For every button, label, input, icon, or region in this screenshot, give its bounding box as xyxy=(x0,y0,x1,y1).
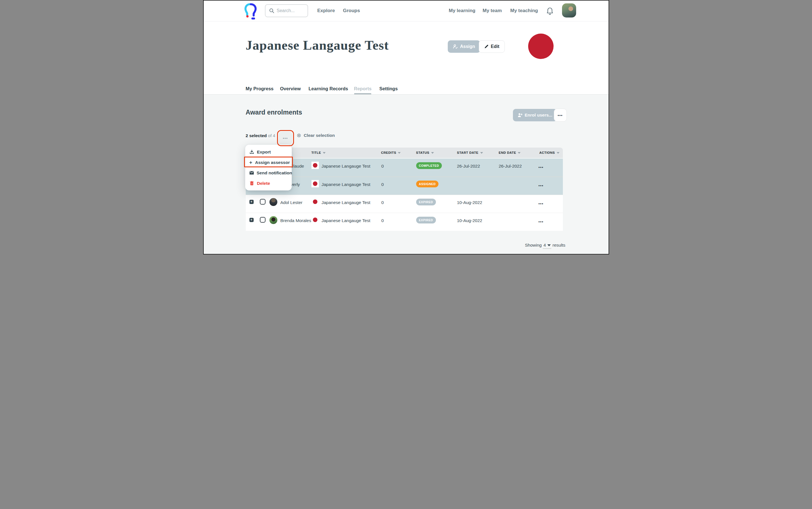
column-header-status[interactable]: STATUS xyxy=(416,147,434,158)
enrol-users-label: Enrol users... xyxy=(525,112,552,118)
expand-row-icon[interactable]: + xyxy=(249,200,253,204)
plus-icon: + xyxy=(249,160,252,165)
search-box[interactable] xyxy=(265,4,308,17)
nav-explore[interactable]: Explore xyxy=(317,8,335,13)
column-header-actions[interactable]: ACTIONS xyxy=(539,147,560,158)
japan-flag-icon xyxy=(311,198,319,205)
japan-flag-icon xyxy=(311,162,319,169)
page-title: Japanese Langauge Test xyxy=(246,37,389,53)
row-actions-button[interactable]: ••• xyxy=(539,165,544,169)
row-actions-button[interactable]: ••• xyxy=(539,220,544,224)
app-window: Explore Groups My learning My team My te… xyxy=(203,0,609,254)
end-date: 26-Jul-2022 xyxy=(499,164,522,169)
row-checkbox[interactable] xyxy=(260,199,266,205)
menu-item-label: Send notification xyxy=(257,170,292,175)
clear-selection-label: Clear selection xyxy=(304,133,335,138)
trash-icon xyxy=(249,181,254,185)
selection-actions-button[interactable]: ••• xyxy=(279,132,292,144)
search-icon xyxy=(269,8,274,13)
clear-circle-x-icon: ⊗ xyxy=(297,133,301,138)
row-actions-button[interactable]: ••• xyxy=(539,184,544,188)
person-plus-icon xyxy=(517,113,522,117)
menu-item-send-notification[interactable]: Send notification xyxy=(245,168,292,178)
learner-name: Adol Lester xyxy=(280,200,302,205)
tab-reports[interactable]: Reports xyxy=(354,86,372,92)
top-navbar: Explore Groups My learning My team My te… xyxy=(204,1,609,22)
learner-name: Claude xyxy=(290,164,304,169)
search-input[interactable] xyxy=(277,8,304,13)
section-heading: Award enrolments xyxy=(246,109,302,116)
ellipsis-icon: ••• xyxy=(283,136,288,140)
learner-avatar xyxy=(269,198,277,206)
status-badge: ASSIGNED xyxy=(416,180,439,188)
column-header-title[interactable]: TITLE xyxy=(311,147,326,158)
start-date: 10-Aug-2022 xyxy=(457,218,482,223)
hero-section: Japanese Langauge Test Assign Edit My Pr… xyxy=(204,22,609,95)
table-row: + Brenda Morales Japanese Langauge Test … xyxy=(246,213,563,231)
row-checkbox[interactable] xyxy=(260,217,266,223)
credits-value: 0 xyxy=(381,218,384,223)
column-header-start-date[interactable]: START DATE xyxy=(457,147,483,158)
japan-flag-icon xyxy=(311,180,319,188)
learner-name: Brenda Morales xyxy=(280,218,311,223)
credits-value: 0 xyxy=(381,164,384,169)
nav-groups[interactable]: Groups xyxy=(343,8,360,13)
edit-button-label: Edit xyxy=(491,44,499,49)
person-check-icon xyxy=(453,44,458,49)
assign-button-label: Assign xyxy=(460,44,475,49)
tab-learning-records[interactable]: Learning Records xyxy=(309,86,348,92)
nav-my-teaching[interactable]: My teaching xyxy=(510,8,538,13)
showing-label: Showing xyxy=(525,243,542,247)
table-header-row: NAME TITLE CREDITS STATUS START DATE END… xyxy=(246,147,563,159)
credits-value: 0 xyxy=(381,182,384,187)
user-avatar[interactable] xyxy=(562,3,576,18)
results-pagination: Showing 4 results xyxy=(525,243,566,248)
column-header-end-date[interactable]: END DATE xyxy=(499,147,521,158)
envelope-icon xyxy=(249,171,254,175)
credits-value: 0 xyxy=(381,200,384,205)
page-more-actions-button[interactable]: ••• xyxy=(554,109,567,122)
expand-row-icon[interactable]: + xyxy=(249,218,253,222)
assign-button[interactable]: Assign xyxy=(448,40,480,53)
japan-flag-icon xyxy=(311,216,319,224)
nav-my-learning[interactable]: My learning xyxy=(449,8,475,13)
enrolments-table: NAME TITLE CREDITS STATUS START DATE END… xyxy=(246,147,563,231)
download-icon xyxy=(249,150,254,154)
status-badge: EXPIRED xyxy=(416,217,436,224)
award-image-japan-flag xyxy=(528,34,553,59)
menu-item-label: Delete xyxy=(257,181,270,186)
award-title[interactable]: Japanese Langauge Test xyxy=(322,218,370,223)
lightbulb-logo-icon[interactable] xyxy=(244,2,257,20)
start-date: 10-Aug-2022 xyxy=(457,200,482,205)
menu-item-delete[interactable]: Delete xyxy=(245,178,292,189)
status-badge: EXPIRED xyxy=(416,199,436,205)
pencil-icon xyxy=(484,44,489,49)
award-title[interactable]: Japanese Langauge Test xyxy=(322,164,370,169)
status-badge: COMPLETED xyxy=(416,162,442,169)
award-title[interactable]: Japanese Langauge Test xyxy=(322,200,370,205)
results-count-dropdown[interactable]: 4 xyxy=(543,243,551,249)
menu-item-label: Export xyxy=(257,149,271,155)
menu-item-label: Assign assessor xyxy=(255,160,290,165)
tab-settings[interactable]: Settings xyxy=(379,86,398,92)
edit-button[interactable]: Edit xyxy=(479,40,505,53)
learner-avatar xyxy=(269,216,277,224)
menu-item-export[interactable]: Export xyxy=(245,147,292,157)
clear-selection[interactable]: ⊗ Clear selection xyxy=(297,133,335,138)
tab-my-progress[interactable]: My Progress xyxy=(246,86,274,92)
column-header-credits[interactable]: CREDITS xyxy=(381,147,401,158)
reports-content: Award enrolments Enrol users... ••• 2 se… xyxy=(204,95,609,254)
enrol-users-button[interactable]: Enrol users... xyxy=(513,109,557,121)
tab-overview[interactable]: Overview xyxy=(280,86,301,92)
menu-item-assign-assessor[interactable]: + Assign assessor xyxy=(245,157,292,168)
nav-my-team[interactable]: My team xyxy=(483,8,502,13)
table-row: + Adol Lester Japanese Langauge Test 0 E… xyxy=(246,195,563,213)
row-actions-button[interactable]: ••• xyxy=(539,202,544,205)
table-row: + Claude Japanese Langauge Test 0 COMPLE… xyxy=(246,159,563,177)
notifications-bell-icon[interactable] xyxy=(546,7,553,15)
selection-actions-menu: Export + Assign assessor Send notificati… xyxy=(245,145,292,191)
ellipsis-icon: ••• xyxy=(557,113,563,117)
results-label: results xyxy=(552,243,566,247)
award-title[interactable]: Japanese Langauge Test xyxy=(322,182,370,187)
table-row: + everly Japanese Langauge Test 0 ASSIGN… xyxy=(246,177,563,195)
